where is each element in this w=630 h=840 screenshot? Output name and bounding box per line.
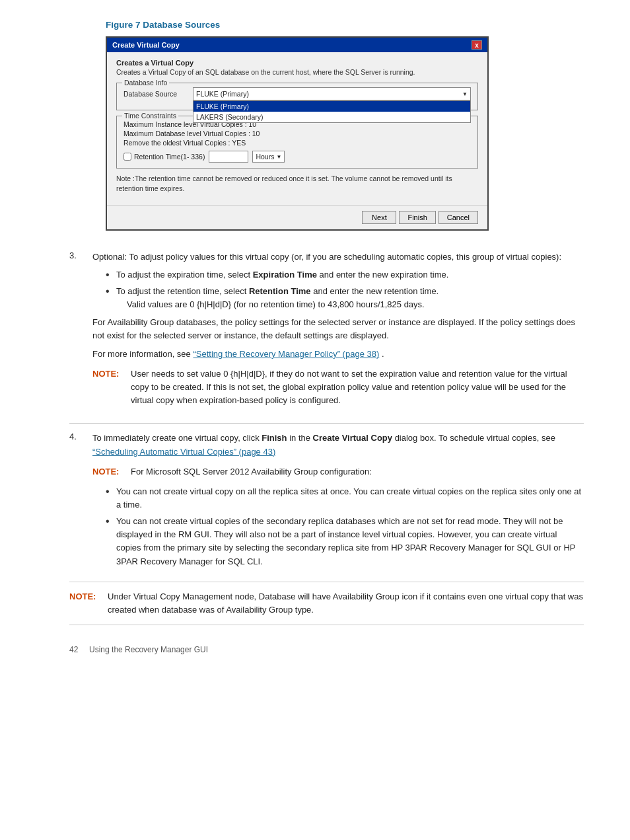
step-3-bullets: • To adjust the expiration time, select … [106, 268, 584, 312]
step-4-note: NOTE: For Microsoft SQL Server 2012 Avai… [92, 465, 584, 478]
step-3: 3. Optional: To adjust policy values for… [69, 250, 584, 414]
retention-label-text: Retention Time(1- 336) [134, 153, 205, 161]
step-4-para: To immediately create one virtual copy, … [92, 432, 584, 458]
dialog-box: Create Virtual Copy x Creates a Virtual … [106, 36, 489, 231]
cancel-button[interactable]: Cancel [438, 211, 478, 224]
step-3-intro: Optional: To adjust policy values for th… [92, 252, 561, 262]
dialog-note-text: Note :The retention time cannot be remov… [116, 174, 478, 193]
tc-line2: Maximum Database level Virtual Copies : … [123, 130, 471, 137]
dialog-section-subtitle: Creates a Virtual Copy of an SQL databas… [116, 68, 478, 76]
bullet-retention-text: To adjust the retention time, select Ret… [116, 285, 584, 311]
db-info-label: Database Info [122, 79, 169, 87]
hours-dropdown[interactable]: Hours ▼ [252, 151, 285, 163]
step-4-note-label: NOTE: [92, 465, 125, 478]
dialog-close-button[interactable]: x [472, 40, 482, 50]
step-4-bullet-2-text: You can not create virtual copies of the… [116, 515, 584, 568]
db-source-dropdown[interactable]: FLUKE (Primary) ▼ [193, 87, 471, 100]
bullet-expiration-text: To adjust the expiration time, select Ex… [116, 268, 584, 282]
finish-button[interactable]: Finish [399, 211, 435, 224]
step-4-in-the: in the [289, 433, 312, 443]
retention-checkbox[interactable] [123, 153, 131, 161]
dropdown-menu: FLUKE (Primary) LAKERS (Secondary) [193, 100, 471, 123]
step-3-text: Optional: To adjust policy values for th… [92, 250, 584, 414]
dialog-title-label: Create Virtual Copy [112, 41, 180, 49]
step-4-dialog-bold: Create Virtual Copy [313, 433, 392, 443]
expiration-time-bold: Expiration Time [253, 270, 317, 280]
step-4-bullet-1: • You can not create virtual copy on all… [106, 485, 584, 512]
step-3-number: 3. [69, 250, 92, 260]
final-note: NOTE: Under Virtual Copy Management node… [69, 590, 584, 617]
divider-1 [69, 423, 584, 424]
dialog-content: Creates a Virtual Copy Creates a Virtual… [107, 52, 487, 205]
bullet-expiration: • To adjust the expiration time, select … [106, 268, 584, 282]
retention-row: Retention Time(1- 336) Hours ▼ [123, 151, 471, 163]
para2-link[interactable]: “Setting the Recovery Manager Policy” (p… [193, 349, 379, 359]
para2-after: . [382, 349, 384, 359]
step-4-text: To immediately create one virtual copy, … [92, 432, 584, 572]
hours-label: Hours [256, 153, 274, 161]
retention-checkbox-label[interactable]: Retention Time(1- 336) [123, 153, 205, 161]
step-4-bullet-dot-1: • [106, 485, 116, 499]
step-4-finish-bold: Finish [262, 433, 287, 443]
step-4-after: dialog box. To schedule virtual copies, … [395, 433, 555, 443]
step-3-para2: For more information, see “Setting the R… [92, 348, 584, 361]
bullet-dot-1: • [106, 268, 116, 282]
final-note-content: Under Virtual Copy Management node, Data… [108, 590, 584, 617]
step-4-link[interactable]: “Scheduling Automatic Virtual Copies” (p… [92, 447, 275, 457]
step-4-bullets: • You can not create virtual copy on all… [106, 485, 584, 568]
hours-arrow-icon: ▼ [276, 154, 281, 160]
step-4-note-content: For Microsoft SQL Server 2012 Availabili… [131, 465, 584, 478]
page-footer: 42 Using the Recovery Manager GUI [69, 645, 584, 654]
step-4-text-plain: To immediately create one virtual copy, … [92, 433, 262, 443]
next-button[interactable]: Next [362, 211, 396, 224]
dropdown-arrow-icon: ▼ [462, 91, 468, 97]
step-4-number: 4. [69, 432, 92, 441]
dropdown-item-lakers[interactable]: LAKERS (Secondary) [193, 112, 470, 122]
bullet-dot-2: • [106, 285, 116, 299]
step-3-note-content: User needs to set value 0 {h|H|d|D}, if … [131, 367, 584, 407]
retention-time-bold: Retention Time [249, 286, 311, 296]
para2-text: For more information, see [92, 349, 193, 359]
retention-time-input[interactable] [209, 151, 248, 163]
figure-title: Figure 7 Database Sources [106, 20, 590, 30]
step-4-bullet-2: • You can not create virtual copies of t… [106, 515, 584, 568]
footer-page-num: 42 [69, 645, 78, 654]
dialog-wrapper: Create Virtual Copy x Creates a Virtual … [106, 36, 590, 231]
dialog-footer: Next Finish Cancel [107, 205, 487, 229]
divider-2 [69, 582, 584, 582]
dialog-titlebar: Create Virtual Copy x [107, 38, 487, 52]
dropdown-item-fluke[interactable]: FLUKE (Primary) [193, 101, 470, 112]
final-note-label: NOTE: [69, 590, 102, 603]
step-4-bullet-1-text: You can not create virtual copy on all t… [116, 485, 584, 512]
step-4: 4. To immediately create one virtual cop… [69, 432, 584, 572]
db-source-row: Database Source FLUKE (Primary) ▼ FLUKE … [123, 87, 471, 100]
step-4-bullet-dot-2: • [106, 515, 116, 529]
footer-page-label: Using the Recovery Manager GUI [89, 645, 208, 654]
bullet-retention: • To adjust the retention time, select R… [106, 285, 584, 311]
dialog-section-title: Creates a Virtual Copy [116, 59, 478, 67]
db-info-group: Database Info Database Source FLUKE (Pri… [116, 83, 478, 110]
tc-line3: Remove the oldest Virtual Copies : YES [123, 139, 471, 147]
time-constraints-group: Time Constraints Maximum Instance level … [116, 116, 478, 169]
retention-valid-values: Valid values are 0 {h|H|d|D} (for no ret… [127, 299, 425, 309]
body-content: 3. Optional: To adjust policy values for… [69, 250, 584, 654]
divider-3 [69, 625, 584, 625]
db-source-value: FLUKE (Primary) [196, 90, 249, 98]
step-3-para1: For Availability Group databases, the po… [92, 316, 584, 342]
step-3-note-label: NOTE: [92, 367, 125, 381]
time-constraints-label: Time Constraints [122, 112, 178, 120]
db-source-label: Database Source [123, 90, 193, 98]
step-3-note: NOTE: User needs to set value 0 {h|H|d|D… [92, 367, 584, 407]
